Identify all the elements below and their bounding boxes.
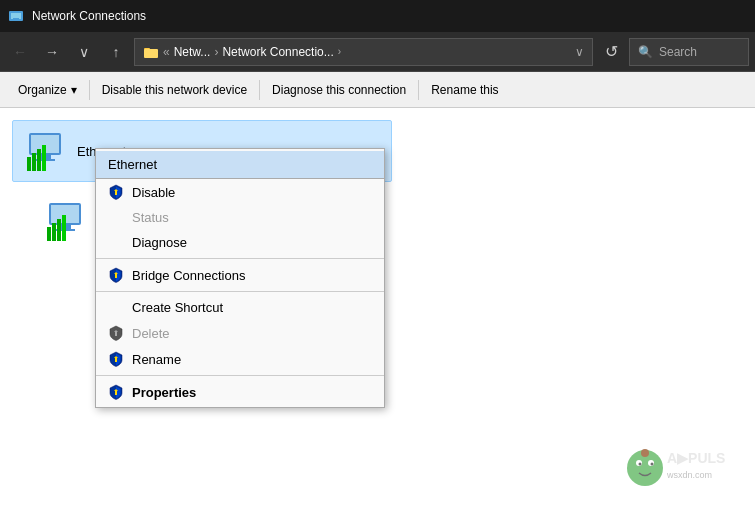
window-icon [8, 8, 24, 24]
svg-rect-21 [62, 215, 66, 241]
svg-rect-18 [47, 227, 51, 241]
ctx-delete[interactable]: Delete [96, 320, 384, 346]
svg-text:wsxdn.com: wsxdn.com [666, 470, 712, 480]
svg-point-32 [641, 449, 649, 457]
appuals-logo: A▶PULS wsxdn.com [625, 443, 745, 493]
watermark: A▶PULS wsxdn.com [625, 443, 745, 497]
main-content: Ethernet Local Area Connection* 10 Enabl… [0, 108, 755, 507]
rename-button[interactable]: Rename this [421, 74, 508, 106]
title-bar: Network Connections [0, 0, 755, 32]
shield-icon-delete [108, 325, 124, 341]
svg-rect-20 [57, 219, 61, 241]
ctx-separator-1 [96, 258, 384, 259]
svg-rect-10 [27, 157, 31, 171]
toolbar-divider-2 [259, 80, 260, 100]
toolbar-divider-3 [418, 80, 419, 100]
ethernet-icon [21, 127, 69, 175]
svg-rect-12 [37, 149, 41, 171]
shield-icon-rename [108, 351, 124, 367]
local-area-icon [41, 197, 89, 245]
organize-button[interactable]: Organize ▾ [8, 74, 87, 106]
context-menu: Ethernet Disable Status Diagnose [95, 148, 385, 408]
svg-rect-13 [42, 145, 46, 171]
svg-rect-2 [13, 18, 19, 20]
context-menu-header: Ethernet [96, 151, 384, 179]
search-icon: 🔍 [638, 45, 653, 59]
refresh-button[interactable]: ↺ [597, 38, 625, 66]
svg-rect-5 [144, 49, 158, 58]
ctx-status[interactable]: Status [96, 205, 384, 230]
diagnose-button[interactable]: Diagnose this connection [262, 74, 416, 106]
ctx-bridge-connections[interactable]: Bridge Connections [96, 262, 384, 288]
svg-point-30 [639, 463, 642, 466]
shield-icon-properties [108, 384, 124, 400]
shield-icon-bridge [108, 267, 124, 283]
svg-rect-3 [12, 20, 20, 21]
svg-text:A▶PULS: A▶PULS [667, 450, 725, 466]
ctx-separator-2 [96, 291, 384, 292]
toolbar-divider-1 [89, 80, 90, 100]
window-title: Network Connections [32, 9, 146, 23]
chevron-down-button[interactable]: ∨ [70, 38, 98, 66]
ctx-properties[interactable]: Properties [96, 379, 384, 405]
disable-device-button[interactable]: Disable this network device [92, 74, 257, 106]
ctx-separator-3 [96, 375, 384, 376]
search-box[interactable]: 🔍 Search [629, 38, 749, 66]
ctx-rename[interactable]: Rename [96, 346, 384, 372]
forward-button[interactable]: → [38, 38, 66, 66]
folder-icon [143, 44, 159, 60]
ctx-disable[interactable]: Disable [96, 179, 384, 205]
path-part-2: Network Connectio... [222, 45, 333, 59]
address-bar: ← → ∨ ↑ « Netw... › Network Connectio...… [0, 32, 755, 72]
ctx-create-shortcut[interactable]: Create Shortcut [96, 295, 384, 320]
back-button[interactable]: ← [6, 38, 34, 66]
ctx-diagnose[interactable]: Diagnose [96, 230, 384, 255]
up-button[interactable]: ↑ [102, 38, 130, 66]
search-placeholder: Search [659, 45, 697, 59]
svg-point-31 [651, 463, 654, 466]
toolbar: Organize ▾ Disable this network device D… [0, 72, 755, 108]
svg-rect-11 [32, 153, 36, 171]
address-path[interactable]: « Netw... › Network Connectio... › ∨ [134, 38, 593, 66]
shield-icon-disable [108, 184, 124, 200]
path-part-1: Netw... [174, 45, 211, 59]
svg-rect-19 [52, 223, 56, 241]
